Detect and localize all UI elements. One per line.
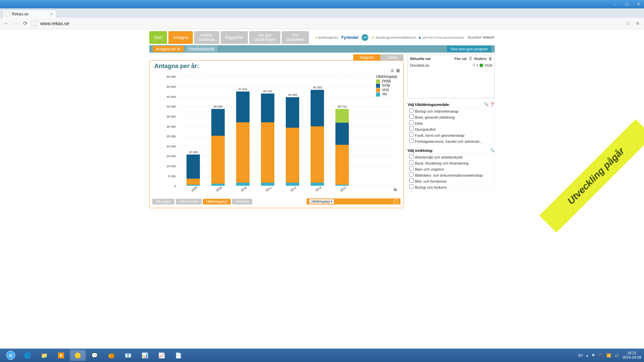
- taskbar-clock[interactable]: 16:21 2014-10-09: [623, 351, 641, 360]
- fler-val-button[interactable]: Fler val: [454, 57, 467, 61]
- taskbar-word[interactable]: 📄: [170, 350, 186, 361]
- reload-button[interactable]: ⟳: [22, 20, 28, 26]
- inriktning-list[interactable]: Arbetsmiljö och arbetarskyddBank, försäk…: [408, 153, 495, 190]
- browser-tabstrip: Rekas.se ×: [0, 8, 644, 18]
- selection-value: VGR: [484, 63, 492, 67]
- check-item[interactable]: Data: [409, 120, 493, 126]
- chart-body: År 05 00010 00015 00020 00025 00030 0003…: [154, 70, 398, 197]
- show-gym-program-button[interactable]: Visa som gym.program: [447, 46, 491, 52]
- main-nav: StartAntagnaArbets-marknadRapporterVar g…: [149, 31, 495, 44]
- tray-power-icon[interactable]: 🔌: [598, 353, 603, 358]
- check-item[interactable]: Arbetsmiljö och arbetarskydd: [409, 154, 493, 160]
- subtab-antagna-per-ar[interactable]: Antagna per år: [153, 46, 184, 52]
- selection-item[interactable]: OmrådeLän ⚲ ▾ VGR: [410, 62, 492, 68]
- bookmark-icon[interactable]: ☆: [625, 20, 631, 26]
- bar-2014: 38 7122014: [335, 76, 349, 186]
- check-item[interactable]: Företagsekonomi, handel och administr...: [409, 138, 493, 144]
- btab-inriktning[interactable]: Inriktning: [232, 199, 253, 204]
- check-item[interactable]: Bild- och formkonst: [409, 178, 493, 184]
- tray-flag-icon[interactable]: ⚑: [592, 353, 595, 358]
- taskbar-ie[interactable]: 🌐: [19, 350, 36, 361]
- aktuella-val-title: Aktuella val: [410, 57, 430, 61]
- bar-2012: 44 6852012: [286, 76, 299, 186]
- check-item[interactable]: Biblioteks- och dokumentationsvetenskap: [409, 172, 493, 178]
- url-field[interactable]: www.rekas.se: [40, 21, 622, 26]
- chart-panel: Antagna per år: 🖨 ▦ Utbildningstyp FHSKG…: [149, 60, 404, 208]
- back-button[interactable]: ←: [3, 20, 9, 26]
- tab-tabell[interactable]: Tabell: [380, 54, 404, 60]
- btab-utb-region[interactable]: Utb.region: [152, 199, 174, 204]
- trash-icon[interactable]: 🗑: [488, 56, 492, 61]
- nav-om-statistiken[interactable]: Omstatistiken: [282, 31, 309, 44]
- development-banner: Utveckling pågår: [539, 120, 644, 233]
- tray-volume-icon[interactable]: 🔊: [614, 353, 619, 358]
- search-icon[interactable]: 🔍: [490, 148, 495, 153]
- bar-2013: 48 3932013: [311, 76, 324, 186]
- page-icon: [32, 21, 37, 26]
- subtab-pendlarstatistik[interactable]: Pendlarstatistik: [186, 46, 218, 52]
- window-titlebar: – ▢ ✕: [0, 0, 644, 8]
- taskbar-explorer[interactable]: 📁: [36, 350, 52, 361]
- nav-arbets-marknad[interactable]: Arbets-marknad: [194, 31, 219, 44]
- chart-plot: År 05 00010 00015 00020 00025 00030 0003…: [178, 76, 395, 186]
- browser-tab[interactable]: Rekas.se ×: [3, 10, 56, 18]
- taskbar-excel[interactable]: 📈: [154, 350, 170, 361]
- minimize-button[interactable]: –: [610, 2, 621, 6]
- tab-diagram[interactable]: Diagram: [353, 54, 381, 60]
- taskbar-powerpoint[interactable]: 📊: [137, 350, 153, 361]
- check-item[interactable]: Djursjukvård: [409, 126, 493, 132]
- taskbar-media[interactable]: ▶️: [53, 350, 69, 361]
- utbildningsomrade-list[interactable]: Biologi och miljövetenskapBred, generell…: [408, 107, 495, 144]
- page-content: StartAntagnaArbets-marknadRapporterVar g…: [0, 29, 644, 208]
- bar-2008: 15 6822008: [186, 76, 200, 186]
- check-item[interactable]: Fysik, kemi och geovetenskap: [409, 132, 493, 138]
- taskbar-chrome[interactable]: 🟡: [70, 350, 86, 361]
- nav-antagna[interactable]: Antagna: [168, 31, 193, 44]
- btab-utb-kommun[interactable]: Utb.kommun: [176, 199, 202, 204]
- chart-title: Antagna per år:: [150, 61, 403, 70]
- logo-skaraborg: ✻ skaraborgs kommunalförbund: [372, 36, 415, 39]
- tray-network-icon[interactable]: 📶: [606, 353, 611, 358]
- bar-2011: 46 4422011: [261, 76, 274, 186]
- taskbar-lync[interactable]: 💬: [87, 350, 103, 361]
- chart-bottom-tabs: Utb.regionUtb.kommunUtbildningstypInrikt…: [150, 197, 403, 206]
- logo-boras: ● Boråsregionen: [316, 36, 338, 39]
- check-item[interactable]: Biologi och biokemi: [409, 184, 493, 190]
- check-item[interactable]: Bred, generell utbildning: [409, 114, 493, 120]
- nav-rapporter[interactable]: Rapporter: [221, 31, 248, 44]
- radera-button[interactable]: Radera: [474, 57, 486, 61]
- taskbar-app[interactable]: 🍊: [103, 350, 119, 361]
- help-icon[interactable]: ❓: [490, 102, 495, 107]
- search-icon[interactable]: 🔍: [484, 102, 489, 107]
- nav-start[interactable]: Start: [149, 31, 167, 44]
- system-tray: SV ▴ ⚑ 🔌 📶 🔊 16:21 2014-10-09: [578, 351, 641, 360]
- close-button[interactable]: ✕: [633, 2, 644, 6]
- nav-var-ges-utbildningen[interactable]: Var gesutbildningen: [249, 31, 280, 44]
- taskbar-outlook[interactable]: 📧: [120, 350, 136, 361]
- logo-gr: GR: [362, 34, 368, 41]
- tab-close-icon[interactable]: ×: [50, 11, 53, 16]
- logo-fyrbodal: Fyrbodal: [341, 35, 359, 40]
- check-item[interactable]: Barn och ungdom: [409, 166, 493, 172]
- svg-text:⊞: ⊞: [9, 353, 13, 358]
- check-item[interactable]: Bank, försäkring och finansiering: [409, 160, 493, 166]
- page-favicon: [5, 12, 10, 16]
- menu-icon[interactable]: ≡: [635, 20, 641, 26]
- logo-tillvaxt: TILLVÄXT VERKET: [468, 36, 495, 39]
- language-indicator[interactable]: SV: [578, 353, 583, 357]
- start-button[interactable]: ⊞: [3, 350, 19, 361]
- check-item[interactable]: Biologi och miljövetenskap: [409, 108, 493, 114]
- forward-button[interactable]: →: [13, 20, 19, 26]
- chart-view-tabs: Diagram Tabell: [149, 54, 404, 60]
- maximize-button[interactable]: ▢: [621, 2, 633, 6]
- tray-chevron-icon[interactable]: ▴: [586, 353, 588, 358]
- bar-2010: 47 4212010: [236, 76, 250, 186]
- bottom-select[interactable]: Utbildningstyp ▾: [309, 199, 334, 204]
- bottom-filter-strip: Utbildningstyp ▾ ☐: [307, 198, 400, 204]
- bar-2009: 38 6382009: [211, 76, 225, 186]
- tab-title: Rekas.se: [12, 12, 29, 16]
- filter-head-inriktning: Välj inriktning: 🔍: [408, 148, 495, 153]
- btab-utbildningstyp[interactable]: Utbildningstyp: [203, 199, 231, 204]
- list-icon[interactable]: ☰: [469, 56, 472, 61]
- current-selection-box: Aktuella val Fler val ☰ Radera 🗑 OmrådeL…: [408, 55, 495, 98]
